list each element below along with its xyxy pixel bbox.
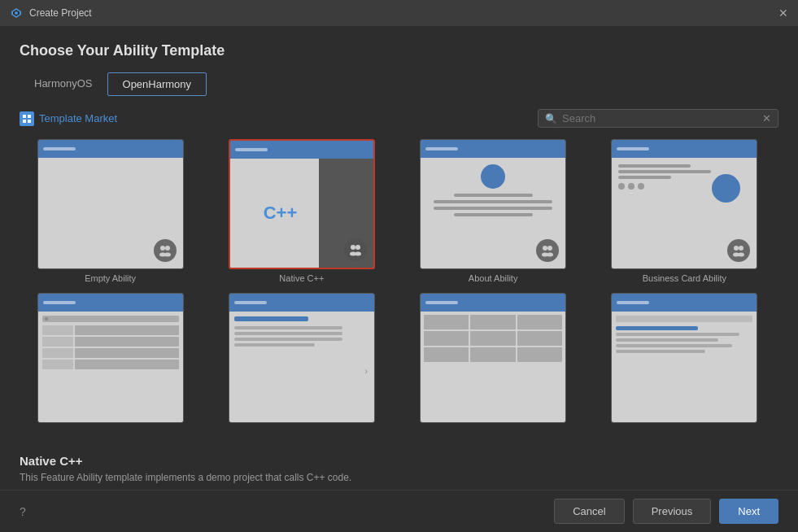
thumb-header-7	[421, 294, 565, 312]
template-card-search-list[interactable]	[594, 293, 775, 427]
thumb-header-1	[38, 140, 183, 158]
window: Create Project ✕ Choose Your Ability Tem…	[0, 0, 798, 532]
person-group-icon-3	[540, 243, 555, 258]
market-icon	[20, 111, 34, 126]
list-cell-3a	[42, 348, 73, 358]
list-cell-4b	[75, 360, 179, 369]
grid-c-7	[424, 347, 469, 362]
aa-line-1	[454, 194, 533, 197]
thumb-header-3	[421, 140, 565, 158]
grid-c-8	[470, 347, 515, 362]
list-cell-3b	[75, 348, 179, 358]
tab-openharmony[interactable]: OpenHarmony	[107, 72, 207, 96]
aa-line-2	[434, 200, 552, 203]
bca-dot-2	[628, 183, 634, 190]
template-card-about-ability[interactable]: About Ability	[403, 139, 584, 283]
template-card-native-cpp[interactable]: C++ Native C++	[211, 139, 392, 283]
list-cell-2b	[75, 337, 179, 347]
grid-row-1	[424, 315, 562, 329]
info-section: Native C++ This Feature Ability template…	[20, 444, 778, 490]
grid-row-3	[424, 347, 562, 362]
tab-harmonyos[interactable]: HarmonyOS	[20, 72, 107, 96]
sl-line-2	[616, 338, 718, 342]
template-name-about: About Ability	[469, 273, 518, 283]
search-clear-icon[interactable]: ✕	[762, 112, 771, 124]
header-bar-3	[425, 147, 458, 150]
template-market-label[interactable]: Template Market	[20, 111, 117, 126]
header-bar-2	[235, 148, 268, 151]
form-line-1	[234, 326, 342, 329]
svg-point-12	[355, 245, 360, 250]
svg-point-22	[738, 253, 744, 257]
title-bar-left: Create Project	[10, 7, 92, 20]
template-card-grid[interactable]	[403, 293, 584, 427]
close-button[interactable]: ✕	[778, 7, 788, 20]
aa-line-3	[434, 207, 552, 210]
header-bar-7	[425, 301, 458, 304]
previous-button[interactable]: Previous	[633, 499, 712, 524]
grid-c-1	[424, 315, 469, 329]
form-line-4	[234, 343, 316, 347]
app-icon	[10, 7, 23, 20]
form-line-2	[234, 332, 342, 335]
list-row-2	[42, 337, 179, 347]
grid-row-2	[424, 331, 562, 346]
template-name-business: Business Card Ability	[643, 273, 726, 283]
sl-search	[616, 316, 752, 322]
template-thumb-list	[37, 293, 184, 423]
list-body	[38, 312, 183, 422]
help-icon[interactable]: ?	[20, 505, 26, 518]
thumb-header-5	[38, 294, 183, 312]
template-thumb-form: ›	[229, 293, 375, 423]
bca-line-2	[618, 170, 710, 173]
grid-c-5	[470, 331, 515, 346]
thumb-header-8	[612, 294, 757, 312]
templates-scroll[interactable]: Empty Ability C++	[20, 139, 778, 444]
page-title: Choose Your Ability Template	[20, 42, 778, 59]
template-card-business-card[interactable]: Business Card Ability	[594, 139, 775, 283]
list-row-3	[42, 348, 179, 358]
market-label-text: Template Market	[39, 112, 117, 124]
overlay-icon-3	[536, 239, 559, 262]
template-card-form[interactable]: ›	[211, 293, 392, 427]
template-thumb-business	[611, 139, 757, 269]
template-card-empty-ability[interactable]: Empty Ability	[20, 139, 201, 283]
grid-c-2	[470, 315, 515, 329]
sl-body	[612, 312, 757, 422]
header-bar-4	[617, 147, 649, 150]
overlay-icon-2	[344, 238, 367, 261]
header-bar-5	[43, 301, 76, 304]
svg-rect-3	[23, 115, 26, 118]
selected-template-desc: This Feature Ability template implements…	[20, 472, 778, 483]
templates-grid: Empty Ability C++	[20, 139, 775, 434]
template-thumb-native-cpp: C++	[229, 139, 375, 269]
form-body: ›	[229, 312, 374, 422]
svg-point-16	[547, 246, 552, 251]
grid-c-3	[517, 315, 562, 329]
template-name-native-cpp: Native C++	[279, 273, 324, 283]
market-svg	[22, 114, 32, 124]
list-cell-1a	[42, 325, 73, 335]
template-thumb-grid	[420, 293, 566, 423]
search-box: 🔍 ✕	[538, 109, 778, 128]
sl-line-3	[616, 344, 732, 347]
thumb-header-6	[229, 294, 374, 312]
person-group-icon-1	[158, 243, 172, 258]
template-thumb-empty	[37, 139, 184, 269]
header-bar-6	[234, 301, 267, 304]
aa-circle	[481, 164, 505, 189]
form-arrow: ›	[365, 367, 368, 376]
header-bar-1	[43, 147, 76, 150]
cancel-button[interactable]: Cancel	[554, 499, 624, 524]
grid-body	[421, 312, 565, 422]
grid-c-4	[424, 331, 469, 346]
aa-line-4	[454, 213, 533, 216]
sl-highlight	[616, 326, 698, 330]
svg-point-10	[164, 253, 171, 257]
title-bar-title: Create Project	[29, 7, 92, 19]
search-input[interactable]	[562, 112, 757, 124]
svg-point-14	[355, 252, 361, 256]
template-card-list[interactable]	[20, 293, 201, 427]
next-button[interactable]: Next	[719, 499, 778, 524]
title-bar: Create Project ✕	[0, 0, 798, 26]
